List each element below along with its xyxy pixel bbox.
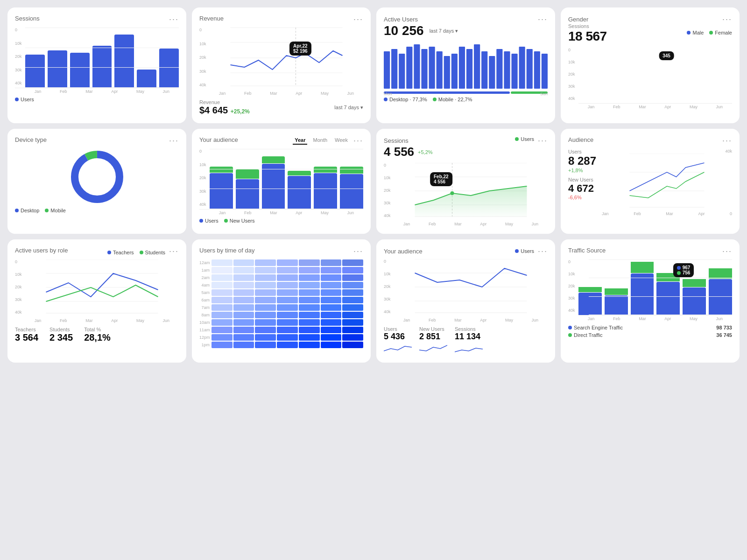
audience-title: Audience: [568, 136, 593, 143]
sessions-bar-chart: [15, 28, 179, 88]
gender-card: Gender Sessions 18 567 ··· Male Female 4…: [561, 7, 740, 123]
svg-rect-6: [384, 51, 390, 89]
your-audience-menu[interactable]: ···: [353, 136, 363, 145]
traffic-bars: [578, 259, 732, 315]
sessions-small-card: Sessions 4 556 +5,2% Users ··· 40k 30k 2…: [376, 129, 555, 234]
tab-year[interactable]: Year: [293, 136, 307, 145]
users-time-title: Users by time of day: [199, 247, 255, 254]
revenue-svg-container: Apr,22 $2 196: [199, 28, 363, 90]
device-menu[interactable]: ···: [169, 136, 179, 145]
traffic-source-header: Traffic Source ···: [568, 247, 732, 256]
revenue-chart: 40k 30k 20k 10k 0 Apr,22 $2 196: [199, 28, 363, 96]
revenue-header: Revenue ···: [199, 15, 363, 24]
svg-rect-21: [496, 49, 502, 89]
audience-tabs: Year Month Week: [293, 136, 350, 145]
revenue-period[interactable]: last 7 days ▾: [334, 105, 363, 111]
svg-rect-10: [414, 44, 420, 89]
bar-feb: [48, 50, 67, 88]
sessions-x-labels: Jan Feb Mar Apr May Jun: [15, 89, 179, 94]
active-users-bars: Mon Sun: [384, 42, 548, 89]
tab-week[interactable]: Week: [333, 136, 350, 145]
your-audience-small-menu[interactable]: ···: [538, 247, 548, 255]
svg-rect-14: [444, 56, 450, 89]
device-type-card: Device type ··· Desktop Mobile: [7, 129, 186, 234]
bar-may2: [137, 70, 156, 88]
traffic-source-title: Traffic Source: [568, 247, 606, 254]
sessions-small-tooltip: Feb,22 4 556: [430, 172, 452, 186]
your-audience-small-svg: [394, 259, 548, 315]
traffic-source-menu[interactable]: ···: [722, 247, 732, 255]
traffic-source-chart: 40k 30k 20k 10k 0 967 756: [568, 259, 732, 321]
sessions-small-title: Sessions: [384, 137, 409, 144]
svg-rect-11: [421, 49, 427, 89]
device-header: Device type ···: [15, 136, 179, 145]
active-users-menu[interactable]: ···: [538, 15, 548, 23]
revenue-footer: Revenue $4 645 +25,2% last 7 days ▾: [199, 99, 363, 116]
sessions-title: Sessions: [15, 15, 40, 22]
donut-svg: [69, 149, 125, 205]
svg-rect-12: [429, 47, 435, 89]
your-audience-small-header: Your audience Users ···: [384, 247, 548, 255]
bar-may: [114, 35, 134, 88]
audience-svg: [602, 154, 732, 210]
your-audience-small-title: Your audience: [384, 248, 423, 255]
bar-mar: [70, 53, 90, 88]
sessions-small-value: 4 556: [384, 145, 414, 159]
active-by-role-menu[interactable]: ···: [169, 247, 179, 255]
tab-month[interactable]: Month: [311, 136, 329, 145]
users-time-header: Users by time of day ···: [199, 247, 363, 256]
users-time-card: Users by time of day ··· 12am 1am: [192, 239, 371, 363]
audience-menu[interactable]: ···: [722, 136, 732, 145]
sessions-card: Sessions ··· 40k 30k 20k 10k 0: [7, 7, 186, 123]
svg-rect-24: [519, 47, 525, 89]
revenue-svg: [210, 28, 363, 88]
audience-users-value: 8 287: [568, 154, 596, 168]
users-time-menu[interactable]: ···: [353, 247, 363, 255]
your-audience-chart: 40k 30k 20k 10k 0: [199, 149, 363, 215]
svg-rect-9: [406, 47, 412, 89]
gender-value: 18 567: [568, 29, 607, 44]
sessions-small-change: +5,2%: [418, 149, 433, 155]
svg-rect-22: [504, 51, 510, 89]
your-audience-small-chart: 40k 30k 20k 10k 0 Jan Feb Mar: [384, 259, 548, 322]
revenue-menu[interactable]: ···: [353, 15, 363, 23]
svg-rect-13: [437, 51, 443, 89]
sessions-small-chart: 40k 30k 20k 10k 0 Feb,22 4 556: [384, 163, 548, 226]
revenue-card: Revenue ··· 40k 30k 20k 10k 0 Apr,22 $2 …: [192, 7, 371, 123]
audience-card: Audience ··· Users 8 287 +1,8% New Users…: [561, 129, 740, 234]
sparkline-new-users: [419, 342, 447, 353]
your-audience-header: Your audience Year Month Week ···: [199, 136, 363, 145]
svg-rect-27: [542, 54, 548, 89]
bar-jun: [159, 49, 179, 88]
active-users-card: Active Users 10 256 last 7 days ▾ ···: [376, 7, 555, 123]
your-audience-card: Your audience Year Month Week ··· 40k 30…: [192, 129, 371, 234]
traffic-source-card: Traffic Source ··· 40k 30k 20k 10k 0 967…: [561, 239, 740, 363]
revenue-tooltip: Apr,22 $2 196: [289, 42, 311, 56]
sessions-header: Sessions ···: [15, 15, 179, 24]
svg-rect-26: [534, 51, 540, 89]
active-users-legend: Desktop · 77,3% Mobile · 22,7%: [384, 97, 548, 102]
sparkline-users: [384, 342, 412, 353]
svg-rect-23: [511, 54, 517, 89]
gender-title: Gender: [568, 16, 588, 23]
active-users-value: 10 256: [384, 23, 424, 38]
gender-tooltip: 345: [659, 51, 674, 60]
sessions-small-header: Sessions 4 556 +5,2% Users ···: [384, 136, 548, 159]
gender-menu[interactable]: ···: [722, 15, 732, 23]
sessions-menu[interactable]: ···: [169, 15, 179, 23]
svg-rect-18: [474, 44, 480, 89]
svg-point-28: [75, 154, 120, 199]
audience-stacked-bars: [199, 149, 363, 210]
active-users-period[interactable]: last 7 days ▾: [430, 28, 458, 34]
audience-header: Audience ···: [568, 136, 732, 145]
active-users-svg: [384, 42, 548, 89]
svg-point-37: [451, 191, 454, 195]
active-by-role-card: Active users by role Teachers Students ·…: [7, 239, 186, 363]
your-audience-legend: Users New Users: [199, 218, 363, 224]
device-legend: Desktop Mobile: [15, 208, 179, 213]
sessions-small-menu[interactable]: ···: [538, 136, 548, 145]
sessions-legend: Users: [15, 97, 179, 102]
sessions-legend-dot: [15, 98, 19, 101]
audience-new-users-value: 4 672: [568, 182, 596, 195]
active-by-role-title: Active users by role: [15, 247, 68, 254]
